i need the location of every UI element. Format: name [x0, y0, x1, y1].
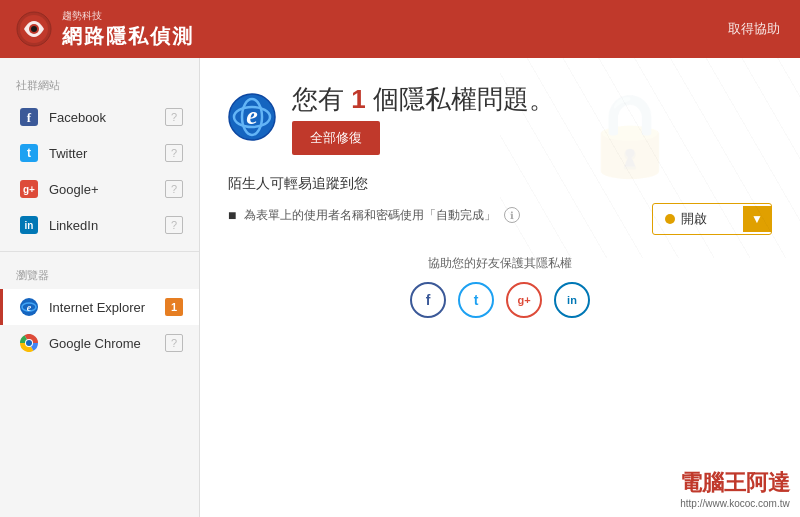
privacy-issue-row: e 您有 1 個隱私權問題。 全部修復: [228, 82, 772, 155]
logo-icon: [16, 11, 52, 47]
linkedin-icon: in: [19, 215, 39, 235]
svg-point-3: [31, 26, 37, 32]
privacy-title-prefix: 您有: [292, 84, 351, 114]
sidebar-item-chrome[interactable]: Google Chrome ?: [0, 325, 199, 361]
facebook-badge: ?: [165, 108, 183, 126]
sidebar-item-ie[interactable]: e Internet Explorer 1: [0, 289, 199, 325]
browser-section-title: 瀏覽器: [0, 260, 199, 289]
watermark-url: http://www.kococ.com.tw: [680, 498, 789, 509]
header-subtitle: 趨勢科技: [62, 9, 194, 23]
chrome-badge: ?: [165, 334, 183, 352]
privacy-count: 1: [351, 84, 365, 114]
share-facebook-button[interactable]: f: [410, 282, 446, 318]
sidebar-ie-label: Internet Explorer: [49, 300, 165, 315]
privacy-title: 您有 1 個隱私權問題。: [292, 82, 555, 117]
twitter-icon: t: [19, 143, 39, 163]
sidebar-divider: [0, 251, 199, 252]
chrome-icon: [19, 333, 39, 353]
svg-point-17: [26, 340, 32, 346]
section-heading: 陌生人可輕易追蹤到您: [228, 175, 772, 193]
share-icons-row: f t g+ in: [228, 282, 772, 318]
sidebar-item-facebook[interactable]: f Facebook ?: [0, 99, 199, 135]
googleplus-badge: ?: [165, 180, 183, 198]
privacy-title-suffix: 個隱私權問題。: [366, 84, 555, 114]
help-link[interactable]: 取得協助: [728, 20, 780, 38]
sidebar-facebook-label: Facebook: [49, 110, 165, 125]
ie-badge: 1: [165, 298, 183, 316]
watermark: 電腦王阿達 http://www.kococ.com.tw: [680, 468, 790, 509]
social-section-title: 社群網站: [0, 70, 199, 99]
toggle-label-area: 開啟: [653, 204, 743, 234]
warning-dot: [665, 214, 675, 224]
toggle-button[interactable]: 開啟 ▼: [652, 203, 772, 235]
googleplus-icon: g+: [19, 179, 39, 199]
issue-item: ■ 為表單上的使用者名稱和密碼使用「自動完成」 ℹ: [228, 207, 642, 224]
main-container: 社群網站 f Facebook ? t Twitter ? g+ Google+…: [0, 58, 800, 517]
share-title: 協助您的好友保護其隱私權: [228, 255, 772, 272]
twitter-badge: ?: [165, 144, 183, 162]
sidebar-twitter-label: Twitter: [49, 146, 165, 161]
sidebar-linkedin-label: LinkedIn: [49, 218, 165, 233]
ie-icon: e: [19, 297, 39, 317]
toggle-dropdown-arrow[interactable]: ▼: [743, 206, 771, 232]
svg-text:f: f: [27, 110, 32, 125]
share-linkedin-button[interactable]: in: [554, 282, 590, 318]
svg-text:in: in: [25, 220, 34, 231]
facebook-icon: f: [19, 107, 39, 127]
share-googleplus-button[interactable]: g+: [506, 282, 542, 318]
bullet-icon: ■: [228, 207, 236, 223]
app-header: 趨勢科技 網路隱私偵測 取得協助: [0, 0, 800, 58]
sidebar-chrome-label: Google Chrome: [49, 336, 165, 351]
fix-all-button[interactable]: 全部修復: [292, 121, 380, 155]
logo: 趨勢科技 網路隱私偵測: [16, 9, 194, 50]
ie-large-icon: e: [228, 93, 276, 145]
content-area: 🔒 e 您有 1 個隱私權問題。 全部修復 陌生人可輕易追蹤到您: [200, 58, 800, 517]
svg-text:t: t: [27, 146, 31, 160]
linkedin-badge: ?: [165, 216, 183, 234]
sidebar-item-twitter[interactable]: t Twitter ?: [0, 135, 199, 171]
toggle-label-text: 開啟: [681, 210, 707, 228]
sidebar-item-googleplus[interactable]: g+ Google+ ?: [0, 171, 199, 207]
svg-text:e: e: [27, 302, 32, 313]
share-twitter-button[interactable]: t: [458, 282, 494, 318]
info-icon[interactable]: ℹ: [504, 207, 520, 223]
privacy-title-container: 您有 1 個隱私權問題。 全部修復: [292, 82, 555, 155]
share-section: 協助您的好友保護其隱私權 f t g+ in: [228, 255, 772, 318]
sidebar-item-linkedin[interactable]: in LinkedIn ?: [0, 207, 199, 243]
sidebar-googleplus-label: Google+: [49, 182, 165, 197]
header-title: 網路隱私偵測: [62, 23, 194, 50]
svg-text:g+: g+: [23, 184, 35, 195]
sidebar: 社群網站 f Facebook ? t Twitter ? g+ Google+…: [0, 58, 200, 517]
watermark-logo-text: 電腦王阿達: [680, 468, 790, 498]
header-text: 趨勢科技 網路隱私偵測: [62, 9, 194, 50]
svg-text:e: e: [246, 101, 258, 130]
issue-text: 為表單上的使用者名稱和密碼使用「自動完成」: [244, 207, 496, 224]
